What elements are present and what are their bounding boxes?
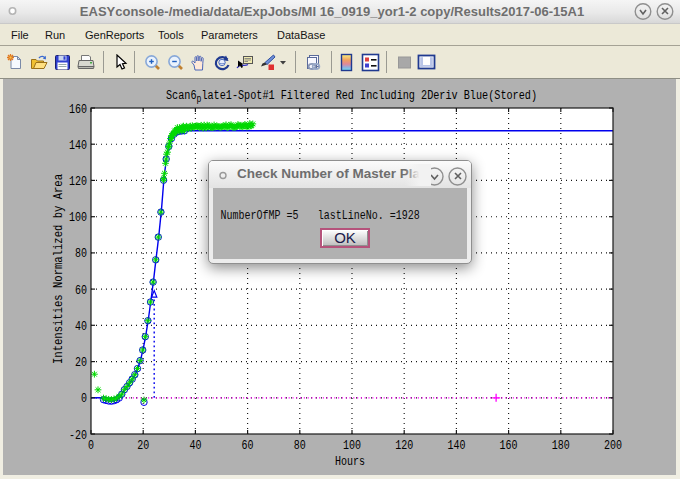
svg-text:0: 0 (81, 392, 87, 406)
svg-text:140: 140 (447, 439, 465, 453)
svg-text:40: 40 (189, 439, 201, 453)
svg-text:40: 40 (75, 320, 87, 334)
svg-text:120: 120 (69, 175, 87, 189)
svg-text:80: 80 (294, 439, 306, 453)
svg-text:20: 20 (75, 356, 87, 370)
svg-text:200: 200 (604, 439, 622, 453)
svg-text:140: 140 (69, 139, 87, 153)
svg-text:100: 100 (343, 439, 361, 453)
svg-text:80: 80 (75, 247, 87, 261)
svg-text:60: 60 (242, 439, 254, 453)
svg-text:NumberOfMP =5: NumberOfMP =5 (221, 208, 299, 223)
svg-text:-20: -20 (69, 429, 87, 443)
svg-text:100: 100 (69, 211, 87, 225)
svg-text:60: 60 (75, 284, 87, 298)
svg-text:160: 160 (69, 103, 87, 117)
svg-text:Intensities Normalized by Area: Intensities Normalized by Area (52, 174, 66, 364)
svg-text:0: 0 (88, 439, 94, 453)
svg-text:160: 160 (500, 439, 518, 453)
svg-text:Hours: Hours (335, 455, 365, 469)
svg-text:Scan6plate1-Spot#1 Filtered Re: Scan6plate1-Spot#1 Filtered Red Includin… (166, 89, 537, 105)
svg-text:20: 20 (137, 439, 149, 453)
svg-text:lastLineNo. =1928: lastLineNo. =1928 (318, 208, 420, 223)
svg-text:180: 180 (552, 439, 570, 453)
svg-text:120: 120 (395, 439, 413, 453)
